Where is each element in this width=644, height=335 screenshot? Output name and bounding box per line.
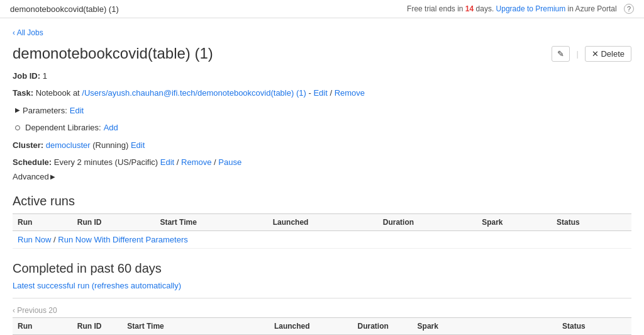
- run-now-row: Run Now / Run Now With Different Paramet…: [13, 231, 631, 249]
- help-icon[interactable]: ?: [624, 4, 634, 14]
- comp-col-status: Status: [557, 318, 631, 335]
- schedule-pause-link[interactable]: Pause: [218, 157, 242, 167]
- topbar-right: Free trial ends in 14 days. Upgrade to P…: [407, 4, 634, 14]
- trial-days-suffix: days.: [476, 4, 496, 13]
- active-runs-title: Active runs: [13, 194, 631, 208]
- params-edit-link[interactable]: Edit: [70, 103, 84, 118]
- cluster-label: Cluster:: [13, 140, 43, 150]
- edit-icon: ✎: [557, 49, 564, 59]
- title-area: demonotebookcovid(table) (1) ✎ | Delete: [13, 45, 631, 62]
- comp-col-run-id: Run ID: [72, 318, 123, 335]
- cluster-status: (Running): [92, 140, 128, 150]
- job-id-row: Job ID: 1: [13, 69, 631, 83]
- run-now-cell: Run Now / Run Now With Different Paramet…: [13, 231, 631, 249]
- params-label: Parameters:: [23, 103, 67, 118]
- dep-libs-add-link[interactable]: Add: [104, 120, 118, 135]
- topbar-title: demonotebookcovid(table) (1): [10, 4, 119, 14]
- edit-button[interactable]: ✎: [552, 46, 570, 62]
- trial-text: Free trial ends in: [407, 4, 465, 13]
- col-start-time: Start Time: [155, 214, 267, 231]
- trial-days: 14: [465, 4, 474, 13]
- divider: [13, 298, 631, 298]
- schedule-row: Schedule: Every 2 minutes (US/Pacific) E…: [13, 155, 631, 169]
- col-duration: Duration: [378, 214, 477, 231]
- run-now-link[interactable]: Run Now: [18, 235, 51, 244]
- task-path[interactable]: /Users/ayush.chauhan@ifi.tech/demonotebo…: [82, 88, 306, 98]
- col-run: Run: [13, 214, 72, 231]
- job-id-value: 1: [43, 71, 47, 81]
- comp-col-duration: Duration: [353, 318, 413, 335]
- comp-col-launched: Launched: [269, 318, 353, 335]
- col-spark: Spark: [477, 214, 552, 231]
- active-runs-table: Run Run ID Start Time Launched Duration …: [13, 213, 631, 249]
- task-remove-link[interactable]: Remove: [335, 88, 365, 98]
- dep-libs-row: Dependent Libraries: Add: [13, 120, 631, 135]
- dep-bullet: [15, 125, 20, 130]
- comp-col-start-time: Start Time: [122, 318, 269, 335]
- run-now-diff-link[interactable]: Run Now With Different Parameters: [58, 235, 187, 244]
- advanced-row: Advanced ▶: [13, 172, 631, 181]
- separator: |: [576, 49, 578, 59]
- schedule-value: Every 2 minutes (US/Pacific): [54, 157, 160, 167]
- delete-button[interactable]: Delete: [585, 46, 631, 62]
- action-bar: ✎ | Delete: [552, 46, 631, 62]
- params-row: ▶ Parameters: Edit: [15, 103, 631, 118]
- upgrade-suffix: in Azure Portal: [568, 4, 617, 13]
- breadcrumb[interactable]: All Jobs: [13, 28, 631, 37]
- comp-col-run: Run: [13, 318, 72, 335]
- task-prefix: Notebook at: [36, 88, 82, 98]
- col-launched: Launched: [268, 214, 378, 231]
- advanced-label: Advanced: [13, 172, 49, 181]
- task-label: Task:: [13, 88, 33, 98]
- completed-runs-title: Completed in past 60 days: [13, 261, 631, 276]
- completed-runs-header: Run Run ID Start Time Launched Duration …: [13, 318, 631, 335]
- advanced-arrow: ▶: [50, 173, 55, 180]
- job-id-label: Job ID:: [13, 71, 40, 81]
- upgrade-link[interactable]: Upgrade to Premium: [496, 4, 566, 13]
- dep-libs-label: Dependent Libraries:: [25, 120, 101, 135]
- task-row: Task: Notebook at /Users/ayush.chauhan@i…: [13, 86, 631, 100]
- task-edit-link[interactable]: Edit: [313, 88, 327, 98]
- active-runs-header: Run Run ID Start Time Launched Duration …: [13, 214, 631, 231]
- cluster-row: Cluster: democluster (Running) Edit: [13, 138, 631, 152]
- page-title: demonotebookcovid(table) (1): [13, 45, 631, 62]
- cluster-name[interactable]: democluster: [46, 140, 91, 150]
- col-run-id: Run ID: [72, 214, 155, 231]
- main-content: All Jobs demonotebookcovid(table) (1) ✎ …: [0, 18, 644, 335]
- schedule-edit-link[interactable]: Edit: [160, 157, 174, 167]
- completed-runs-table: Run Run ID Start Time Launched Duration …: [13, 317, 631, 335]
- latest-run-link[interactable]: Latest successful run (refreshes automat…: [13, 281, 181, 290]
- comp-col-spark: Spark: [413, 318, 557, 335]
- schedule-label: Schedule:: [13, 157, 52, 167]
- col-status: Status: [552, 214, 631, 231]
- latest-run-label: Latest successful run (refreshes automat…: [13, 281, 631, 290]
- cluster-edit-link[interactable]: Edit: [131, 140, 145, 150]
- schedule-remove-link[interactable]: Remove: [181, 157, 211, 167]
- sched-sep1: /: [177, 157, 181, 167]
- task-sep: /: [330, 88, 334, 98]
- previous-label[interactable]: ‹ Previous 20: [13, 306, 631, 315]
- top-bar: demonotebookcovid(table) (1) Free trial …: [0, 0, 644, 18]
- params-arrow: ▶: [15, 105, 20, 116]
